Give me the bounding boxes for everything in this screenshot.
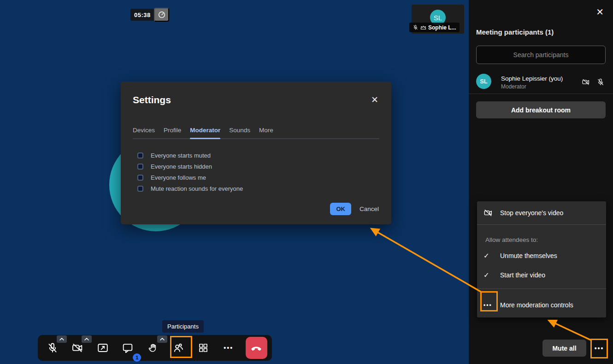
checkbox-everyone-starts-hidden[interactable]	[137, 164, 143, 170]
chat-button[interactable]: 1	[118, 338, 138, 358]
option-label: Everyone starts muted	[151, 152, 211, 159]
participant-role: Moderator	[501, 83, 526, 90]
check-icon: ✓	[483, 252, 500, 260]
tab-devices[interactable]: Devices	[133, 127, 155, 138]
checkbox-everyone-starts-muted[interactable]	[137, 153, 143, 159]
search-participants-input[interactable]	[476, 46, 606, 64]
camera-button[interactable]	[68, 338, 88, 358]
meeting-timer-value: 05:38	[134, 12, 151, 18]
moderator-crown-icon	[420, 25, 426, 30]
participant-name: Sophie Lepissier (you)	[501, 75, 563, 82]
hangup-phone-icon	[250, 342, 262, 354]
menu-item-label: Stop everyone's video	[500, 209, 563, 217]
share-screen-button[interactable]	[93, 338, 113, 358]
checkbox-mute-reaction-sounds[interactable]	[137, 186, 143, 192]
camera-off-icon	[483, 208, 500, 217]
mic-options-chevron[interactable]	[57, 335, 67, 343]
moderation-context-menu: Stop everyone's video Allow attendees to…	[477, 201, 606, 317]
more-dots-icon: •••	[483, 302, 500, 308]
reactions-chevron[interactable]	[157, 335, 167, 343]
menu-item-more-moderation-controls[interactable]: ••• More moderation controls	[477, 293, 606, 317]
panel-more-button[interactable]: •••	[591, 340, 607, 357]
participants-panel: ✕ Meeting participants (1) SL Sophie Lep…	[469, 0, 613, 364]
option-row: Everyone starts muted	[137, 150, 243, 161]
participant-avatar: SL	[476, 74, 491, 89]
settings-dialog: Settings ✕ Devices Profile Moderator Sou…	[121, 82, 391, 224]
thumbnail-participant-name: Sophie L...	[428, 24, 456, 31]
menu-item-stop-everyones-video[interactable]: Stop everyone's video	[477, 201, 606, 224]
thumbnail-avatar-initials: SL	[434, 14, 442, 22]
mic-off-icon	[596, 78, 605, 86]
ok-button[interactable]: OK	[330, 203, 351, 215]
add-breakout-room-button[interactable]: Add breakout room	[476, 101, 606, 118]
settings-footer: OK Cancel	[330, 203, 379, 215]
check-icon: ✓	[483, 271, 500, 279]
participant-status-icons	[582, 78, 605, 86]
thumbnail-name-label: Sophie L...	[409, 23, 460, 32]
tab-sounds[interactable]: Sounds	[229, 127, 250, 138]
mute-all-button[interactable]: Mute all	[542, 340, 586, 357]
more-actions-icon: •••	[224, 344, 233, 352]
option-label: Everyone starts hidden	[151, 163, 212, 170]
menu-item-label: More moderation controls	[500, 301, 573, 309]
tab-more[interactable]: More	[259, 127, 273, 138]
panel-title: Meeting participants (1)	[476, 28, 554, 36]
chat-icon	[122, 342, 134, 354]
tab-moderator[interactable]: Moderator	[190, 127, 220, 138]
menu-item-unmute-themselves[interactable]: ✓ Unmute themselves	[477, 246, 606, 265]
panel-close-icon[interactable]: ✕	[596, 7, 604, 17]
option-label: Everyone follows me	[151, 174, 206, 181]
meeting-app: { "colors": { "annotation_orange": "#F89…	[0, 0, 613, 364]
performance-gauge-icon	[157, 10, 166, 19]
hangup-button[interactable]	[246, 337, 268, 359]
moderator-options-list: Everyone starts muted Everyone starts hi…	[137, 150, 243, 194]
mic-muted-icon	[413, 24, 418, 30]
allow-attendees-label: Allow attendees to:	[477, 225, 606, 246]
raise-hand-button[interactable]	[143, 338, 163, 358]
option-label: Mute reaction sounds for everyone	[151, 185, 243, 192]
more-dots-icon: •••	[595, 345, 604, 352]
option-row: Mute reaction sounds for everyone	[137, 183, 243, 194]
settings-close-icon[interactable]: ✕	[371, 95, 378, 104]
toolbar: 1 •••	[38, 335, 272, 361]
settings-tabs: Devices Profile Moderator Sounds More	[133, 127, 379, 139]
menu-item-label: Unmute themselves	[500, 252, 557, 259]
share-screen-icon	[97, 342, 109, 354]
panel-divider	[469, 94, 613, 94]
mute-mic-button[interactable]	[42, 338, 63, 358]
participants-tooltip: Participants	[162, 320, 204, 333]
performance-button[interactable]	[154, 8, 169, 22]
tile-view-icon	[198, 342, 209, 353]
option-row: Everyone starts hidden	[137, 161, 243, 172]
cancel-button[interactable]: Cancel	[360, 205, 379, 212]
option-row: Everyone follows me	[137, 172, 243, 183]
camera-off-icon	[582, 78, 590, 86]
meeting-timer: 05:38	[130, 9, 154, 21]
participants-tooltip-text: Participants	[167, 323, 199, 330]
participant-row[interactable]: SL Sophie Lepissier (you) Moderator	[476, 73, 606, 91]
menu-item-label: Start their video	[500, 271, 545, 279]
camera-options-chevron[interactable]	[82, 335, 92, 343]
participant-avatar-initials: SL	[480, 78, 488, 85]
raise-hand-icon	[147, 342, 159, 354]
participants-icon	[172, 342, 184, 354]
menu-item-start-their-video[interactable]: ✓ Start their video	[477, 265, 606, 285]
chat-unread-badge: 1	[133, 353, 141, 362]
checkbox-everyone-follows-me[interactable]	[137, 175, 143, 181]
tab-profile[interactable]: Profile	[164, 127, 181, 138]
filmstrip-thumbnail[interactable]: SL Sophie L...	[412, 5, 464, 34]
settings-title: Settings	[133, 94, 171, 106]
more-actions-button[interactable]: •••	[218, 338, 239, 358]
arrow-menu-to-settings	[372, 229, 481, 292]
menu-divider	[477, 288, 606, 289]
participants-button[interactable]	[168, 338, 189, 358]
tile-view-button[interactable]	[193, 338, 213, 358]
